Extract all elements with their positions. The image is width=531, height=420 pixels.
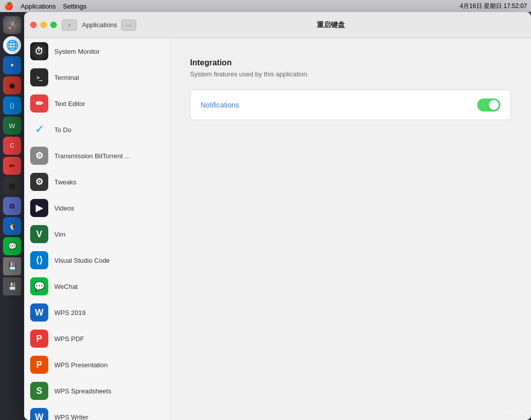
sidebar-label-text-editor: Text Editor bbox=[54, 100, 85, 108]
sidebar-item-system-monitor[interactable]: ⏱System Monitor bbox=[24, 38, 169, 64]
window-title: 重启键盘 bbox=[136, 21, 525, 30]
dock-item-storage2[interactable]: 💾 bbox=[3, 277, 21, 295]
sidebar-label-vim: Vim bbox=[54, 231, 65, 238]
app-icon-wechat: 💬 bbox=[30, 277, 48, 295]
app-icon-vim: V bbox=[30, 225, 48, 243]
sidebar-item-wechat[interactable]: 💬WeChat bbox=[24, 273, 169, 299]
sidebar-label-system-monitor: System Monitor bbox=[54, 48, 100, 55]
traffic-lights bbox=[30, 22, 57, 28]
sidebar-item-videos[interactable]: ▶Videos bbox=[24, 195, 169, 221]
sidebar-label-wpspdf: WPS PDF bbox=[54, 335, 84, 343]
dock-item-screen[interactable]: ◎ bbox=[3, 177, 21, 195]
sidebar-item-vim[interactable]: VVim bbox=[24, 221, 169, 247]
nav-label: Applications bbox=[82, 21, 117, 29]
app-icon-transmission: ⚙ bbox=[30, 147, 48, 165]
main-window: ‹ Applications ··· 重启键盘 ⏱System Monitor>… bbox=[24, 12, 531, 420]
sidebar-label-wpssheets: WPS Spreadsheets bbox=[54, 387, 111, 395]
dock-item-3[interactable]: ✦ bbox=[3, 56, 21, 74]
maximize-button[interactable] bbox=[50, 22, 57, 28]
titlebar: ‹ Applications ··· 重启键盘 bbox=[24, 12, 531, 38]
app-icon-videos: ▶ bbox=[30, 199, 48, 217]
sidebar-item-vscode[interactable]: ⟨⟩Visual Studio Code bbox=[24, 247, 169, 273]
sidebar-item-wpssheets[interactable]: SWPS Spreadsheets bbox=[24, 378, 169, 404]
app-icon-vscode: ⟨⟩ bbox=[30, 251, 48, 269]
sidebar-item-tweaks[interactable]: ⚙Tweaks bbox=[24, 169, 169, 195]
app-icon-wpswriter: W bbox=[30, 408, 48, 420]
app-icon-terminal: >_ bbox=[30, 68, 48, 86]
menubar-settings[interactable]: Settings bbox=[63, 3, 86, 10]
sidebar-label-wps2019: WPS 2019 bbox=[54, 309, 85, 317]
toggle-track[interactable] bbox=[477, 98, 500, 112]
dock-item-storage1[interactable]: 💾 bbox=[3, 257, 21, 275]
dock-item-qq[interactable]: 🐧 bbox=[3, 217, 21, 235]
dock-item-wps[interactable]: W bbox=[3, 117, 21, 135]
notifications-label: Notifications bbox=[201, 101, 239, 109]
dock-item-chrome[interactable]: 🌐 bbox=[3, 36, 21, 54]
dock-item-copy[interactable]: ⧉ bbox=[3, 197, 21, 215]
menubar: 🍎 Applications Settings 4月16日 星期日 17:52:… bbox=[0, 0, 531, 12]
sidebar-item-wpswriter[interactable]: WWPS Writer bbox=[24, 404, 169, 420]
integration-desc: System features used by this application… bbox=[190, 70, 511, 78]
dock-item-edit[interactable]: ✏ bbox=[3, 157, 21, 175]
notifications-row: Notifications bbox=[190, 90, 511, 120]
app-icon-wps2019: W bbox=[30, 303, 48, 322]
app-icon-text-editor: ✏ bbox=[30, 94, 48, 113]
menubar-datetime: 4月16日 星期日 17:52:07 bbox=[460, 2, 527, 11]
toggle-thumb bbox=[489, 100, 499, 110]
sidebar-label-wechat: WeChat bbox=[54, 283, 78, 290]
sidebar-item-wps2019[interactable]: WWPS 2019 bbox=[24, 299, 169, 326]
sidebar-label-wpspres: WPS Presentation bbox=[54, 361, 108, 369]
sidebar-item-text-editor[interactable]: ✏Text Editor bbox=[24, 90, 169, 117]
nav-controls: ‹ Applications ··· bbox=[62, 20, 136, 31]
sidebar-item-wpspres[interactable]: PWPS Presentation bbox=[24, 352, 169, 378]
app-icon-system-monitor: ⏱ bbox=[30, 42, 48, 60]
sidebar-item-transmission[interactable]: ⚙Transmission BitTorrent ... bbox=[24, 143, 169, 169]
app-icon-wpspres: P bbox=[30, 356, 48, 374]
sidebar-label-terminal: Terminal bbox=[54, 74, 79, 81]
close-button[interactable] bbox=[30, 22, 37, 28]
apple-menu[interactable]: 🍎 bbox=[4, 2, 14, 11]
dock: 🚀 🌐 ✦ ◉ ⟨⟩ W C ✏ ◎ ⧉ 🐧 💬 💾 💾 bbox=[0, 12, 24, 420]
app-icon-wpssheets: S bbox=[30, 382, 48, 400]
menubar-applications[interactable]: Applications bbox=[21, 3, 56, 10]
more-button[interactable]: ··· bbox=[121, 20, 136, 31]
dock-item-wechat-dock[interactable]: 💬 bbox=[3, 237, 21, 255]
sidebar: ⏱System Monitor>_Terminal✏Text Editor✓To… bbox=[24, 38, 170, 420]
app-icon-tweaks: ⚙ bbox=[30, 173, 48, 191]
notifications-toggle[interactable] bbox=[477, 98, 500, 112]
sidebar-item-wpspdf[interactable]: PWPS PDF bbox=[24, 326, 169, 352]
sidebar-item-todo[interactable]: ✓To Do bbox=[24, 117, 169, 143]
minimize-button[interactable] bbox=[40, 22, 47, 28]
sidebar-label-vscode: Visual Studio Code bbox=[54, 257, 110, 264]
back-button[interactable]: ‹ bbox=[62, 20, 77, 31]
sidebar-label-todo: To Do bbox=[54, 126, 71, 134]
app-icon-todo: ✓ bbox=[30, 121, 48, 139]
dock-item-vscode[interactable]: ⟨⟩ bbox=[3, 96, 21, 115]
main-panel: Integration System features used by this… bbox=[170, 38, 531, 420]
sidebar-item-terminal[interactable]: >_Terminal bbox=[24, 64, 169, 90]
credit-text: CSDN @ZARD悦心 bbox=[476, 408, 525, 416]
sidebar-label-transmission: Transmission BitTorrent ... bbox=[54, 152, 130, 160]
sidebar-label-videos: Videos bbox=[54, 204, 74, 212]
sidebar-label-tweaks: Tweaks bbox=[54, 178, 76, 186]
dock-item-launchpad[interactable]: 🚀 bbox=[3, 16, 21, 34]
dock-item-csdn[interactable]: C bbox=[3, 137, 21, 155]
content-area: ⏱System Monitor>_Terminal✏Text Editor✓To… bbox=[24, 38, 531, 420]
app-icon-wpspdf: P bbox=[30, 330, 48, 348]
integration-title: Integration bbox=[190, 58, 511, 67]
dock-item-4[interactable]: ◉ bbox=[3, 76, 21, 94]
sidebar-label-wpswriter: WPS Writer bbox=[54, 413, 88, 421]
